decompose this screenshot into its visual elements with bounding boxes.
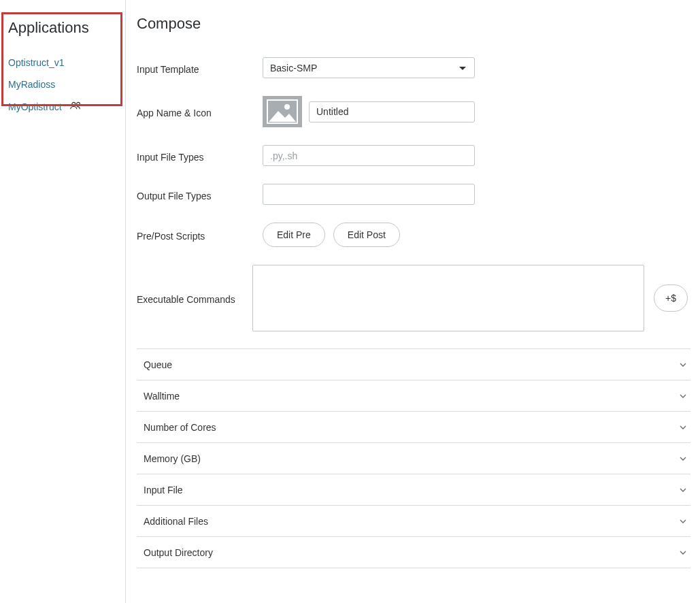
app-icon-placeholder[interactable] <box>263 96 302 127</box>
output-file-types-input[interactable] <box>263 184 475 205</box>
chevron-down-icon <box>680 485 686 495</box>
app-list: Optistruct_v1 MyRadioss MyOptistruct <box>7 45 125 118</box>
add-variable-button[interactable]: +$ <box>654 284 688 312</box>
edit-post-button[interactable]: Edit Post <box>333 223 400 247</box>
accordion-label: Walltime <box>144 391 180 402</box>
chevron-down-icon <box>680 453 686 464</box>
row-app-name-icon: App Name & Icon <box>137 96 690 127</box>
accordion-label: Output Directory <box>144 547 213 558</box>
executable-commands-textarea[interactable] <box>252 265 644 331</box>
accordion-item-input-file[interactable]: Input File <box>137 474 690 506</box>
label-executable-commands: Executable Commands <box>137 291 252 305</box>
svg-point-3 <box>284 104 290 110</box>
shared-icon <box>70 101 82 112</box>
accordion-label: Queue <box>144 359 172 370</box>
chevron-down-icon <box>680 516 686 527</box>
accordion-item-additional-files[interactable]: Additional Files <box>137 505 690 537</box>
sidebar-title: Applications <box>7 5 125 45</box>
page-title: Compose <box>137 15 690 33</box>
accordion-item-queue[interactable]: Queue <box>137 348 690 380</box>
input-template-select-wrap: Basic-SMP <box>263 57 475 78</box>
svg-point-0 <box>71 102 75 105</box>
main-panel: Compose Input Template Basic-SMP App Nam… <box>126 0 700 603</box>
row-input-file-types: Input File Types <box>137 145 690 166</box>
label-input-file-types: Input File Types <box>137 149 263 163</box>
chevron-down-icon <box>680 422 686 433</box>
label-scripts: Pre/Post Scripts <box>137 228 263 242</box>
accordion-item-number-of-cores[interactable]: Number of Cores <box>137 411 690 443</box>
label-output-file-types: Output File Types <box>137 188 263 201</box>
chevron-down-icon <box>680 547 686 558</box>
accordion-item-memory[interactable]: Memory (GB) <box>137 442 690 474</box>
app-label: MyRadioss <box>8 79 55 90</box>
label-input-template: Input Template <box>137 61 263 75</box>
accordion-item-walltime[interactable]: Walltime <box>137 380 690 412</box>
row-scripts: Pre/Post Scripts Edit Pre Edit Post <box>137 223 690 247</box>
edit-pre-button[interactable]: Edit Pre <box>263 223 325 247</box>
accordion-label: Additional Files <box>144 516 208 527</box>
row-executable-commands: Executable Commands +$ <box>137 265 690 331</box>
sidebar-item-myoptistruct[interactable]: MyOptistruct <box>7 95 125 118</box>
accordion-item-output-directory[interactable]: Output Directory <box>137 536 690 568</box>
sidebar-item-optistruct-v1[interactable]: Optistruct_v1 <box>7 52 125 74</box>
chevron-down-icon <box>680 391 686 402</box>
accordion-label: Number of Cores <box>144 422 216 433</box>
row-input-template: Input Template Basic-SMP <box>137 57 690 78</box>
app-label: MyOptistruct <box>8 101 62 112</box>
row-output-file-types: Output File Types <box>137 184 690 205</box>
sidebar: Applications Optistruct_v1 MyRadioss MyO… <box>0 0 126 603</box>
chevron-down-icon <box>680 359 686 370</box>
input-file-types-input[interactable] <box>263 145 475 166</box>
accordion-label: Memory (GB) <box>144 453 201 464</box>
app-label: Optistruct_v1 <box>8 57 64 68</box>
svg-point-1 <box>76 102 80 105</box>
sidebar-item-myradioss[interactable]: MyRadioss <box>7 74 125 95</box>
label-app-name-icon: App Name & Icon <box>137 105 263 118</box>
app-name-input[interactable] <box>309 101 475 123</box>
accordion: Queue Walltime Number of Cores Memory (G… <box>137 348 690 568</box>
accordion-label: Input File <box>144 485 183 495</box>
input-template-select[interactable]: Basic-SMP <box>263 57 475 78</box>
